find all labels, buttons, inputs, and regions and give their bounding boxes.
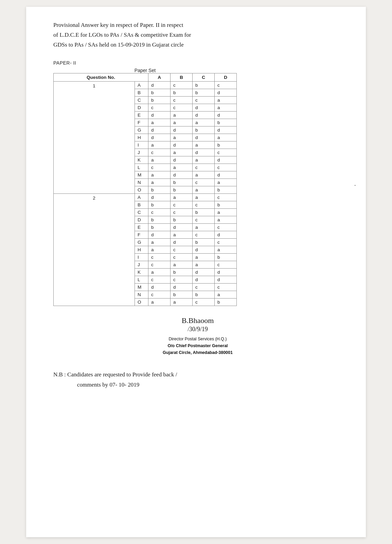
- signature-name: B.Bhaoom: [182, 316, 214, 325]
- answer-cell-d: c: [215, 261, 237, 268]
- answer-cell-b: a: [171, 261, 193, 268]
- answer-cell-d: d: [215, 126, 237, 134]
- answer-cell-c: c: [193, 178, 215, 186]
- answer-cell-d: a: [215, 216, 237, 223]
- answer-cell-b: c: [171, 253, 193, 261]
- sub-question: D: [135, 104, 148, 111]
- answer-cell-d: d: [215, 268, 237, 276]
- table-body: 1AdcbcBbbbdCbccaDccdaEdaddFaaabGddbdHdad…: [54, 81, 237, 306]
- answer-cell-d: d: [215, 171, 237, 178]
- col-header-question: Question No.: [54, 73, 148, 81]
- answer-cell-c: b: [193, 291, 215, 298]
- paper-label: PAPER- II: [53, 60, 345, 66]
- signature-date: /30/9/19: [50, 326, 345, 333]
- answer-cell-b: a: [171, 164, 193, 171]
- answer-cell-c: a: [193, 253, 215, 261]
- answer-cell-c: c: [193, 231, 215, 238]
- col-header-c: C: [193, 73, 215, 81]
- sub-question: J: [135, 261, 148, 268]
- sub-question: L: [135, 276, 148, 283]
- sub-question: I: [135, 253, 148, 261]
- answer-cell-c: c: [193, 283, 215, 291]
- sub-question: E: [135, 223, 148, 231]
- answer-cell-b: d: [171, 141, 193, 149]
- answer-cell-b: c: [171, 276, 193, 283]
- answer-cell-d: d: [215, 156, 237, 164]
- answer-cell-a: a: [148, 119, 171, 126]
- answer-cell-c: d: [193, 111, 215, 119]
- answer-cell-d: d: [215, 231, 237, 238]
- answer-cell-d: c: [215, 238, 237, 246]
- table-header-row: Question No. A B C D: [54, 73, 237, 81]
- answer-cell-a: d: [148, 81, 171, 89]
- sub-question: B: [135, 89, 148, 96]
- header-line1: Provisional Answer key in respect of Pap…: [53, 20, 345, 30]
- answer-cell-b: c: [171, 81, 193, 89]
- designation-section: Director Postal Services (H.Q.) O/o Chie…: [50, 336, 345, 356]
- answer-cell-a: d: [148, 231, 171, 238]
- sub-question: M: [135, 171, 148, 178]
- date-value: 30/9/19: [189, 326, 208, 333]
- sub-question: L: [135, 164, 148, 171]
- answer-cell-b: b: [171, 178, 193, 186]
- answer-cell-c: b: [193, 81, 215, 89]
- signature-section: B.Bhaoom /30/9/19 Director Postal Servic…: [50, 316, 345, 356]
- answer-cell-c: c: [193, 201, 215, 208]
- answer-cell-b: a: [171, 111, 193, 119]
- sub-question: F: [135, 231, 148, 238]
- sub-question: G: [135, 126, 148, 134]
- answer-cell-c: b: [193, 238, 215, 246]
- document-page: Provisional Answer key in respect of Pap…: [26, 7, 366, 537]
- answer-cell-a: b: [148, 201, 171, 208]
- answer-cell-a: b: [148, 96, 171, 104]
- answer-cell-a: c: [148, 276, 171, 283]
- answer-cell-d: d: [215, 89, 237, 96]
- answer-table-section: Paper Set Question No. A B C D 1AdcbcBbb…: [53, 68, 345, 306]
- answer-cell-d: a: [215, 134, 237, 141]
- answer-cell-c: d: [193, 268, 215, 276]
- answer-cell-a: c: [148, 164, 171, 171]
- sub-question: H: [135, 246, 148, 253]
- answer-cell-d: a: [215, 96, 237, 104]
- paper-set-label: Paper Set: [53, 68, 237, 73]
- question-number: 1: [54, 81, 135, 193]
- header-line3: GDSs to PAs / SAs held on 15-09-2019 in …: [53, 40, 345, 50]
- col-header-d: D: [215, 73, 237, 81]
- header-section: Provisional Answer key in respect of Pap…: [50, 20, 345, 50]
- answer-cell-a: d: [148, 283, 171, 291]
- answer-cell-b: a: [171, 298, 193, 306]
- answer-cell-a: a: [148, 268, 171, 276]
- sub-question: I: [135, 141, 148, 149]
- answer-cell-a: b: [148, 186, 171, 193]
- answer-cell-d: b: [215, 119, 237, 126]
- col-header-b: B: [171, 73, 193, 81]
- sub-question: F: [135, 119, 148, 126]
- sub-question: K: [135, 268, 148, 276]
- answer-cell-c: d: [193, 149, 215, 156]
- answer-cell-a: b: [148, 216, 171, 223]
- answer-cell-c: d: [193, 104, 215, 111]
- answer-cell-d: b: [215, 253, 237, 261]
- sub-question: A: [135, 81, 148, 89]
- answer-table: Question No. A B C D 1AdcbcBbbbdCbccaDcc…: [53, 73, 237, 306]
- sub-question: C: [135, 208, 148, 216]
- answer-cell-c: d: [193, 276, 215, 283]
- answer-cell-b: a: [171, 134, 193, 141]
- answer-cell-d: a: [215, 104, 237, 111]
- nb-text2: comments by 07- 10- 2019: [77, 381, 139, 388]
- sub-question: H: [135, 134, 148, 141]
- table-row: 2Adaac: [54, 193, 237, 201]
- question-number: 2: [54, 193, 135, 306]
- sub-question: D: [135, 216, 148, 223]
- answer-cell-a: a: [148, 156, 171, 164]
- answer-cell-d: c: [215, 223, 237, 231]
- answer-cell-d: a: [215, 178, 237, 186]
- answer-cell-c: c: [193, 96, 215, 104]
- answer-cell-a: d: [148, 111, 171, 119]
- answer-cell-c: a: [193, 193, 215, 201]
- answer-cell-a: c: [148, 149, 171, 156]
- answer-cell-b: c: [171, 208, 193, 216]
- answer-cell-d: c: [215, 283, 237, 291]
- answer-cell-c: a: [193, 171, 215, 178]
- answer-cell-b: b: [171, 268, 193, 276]
